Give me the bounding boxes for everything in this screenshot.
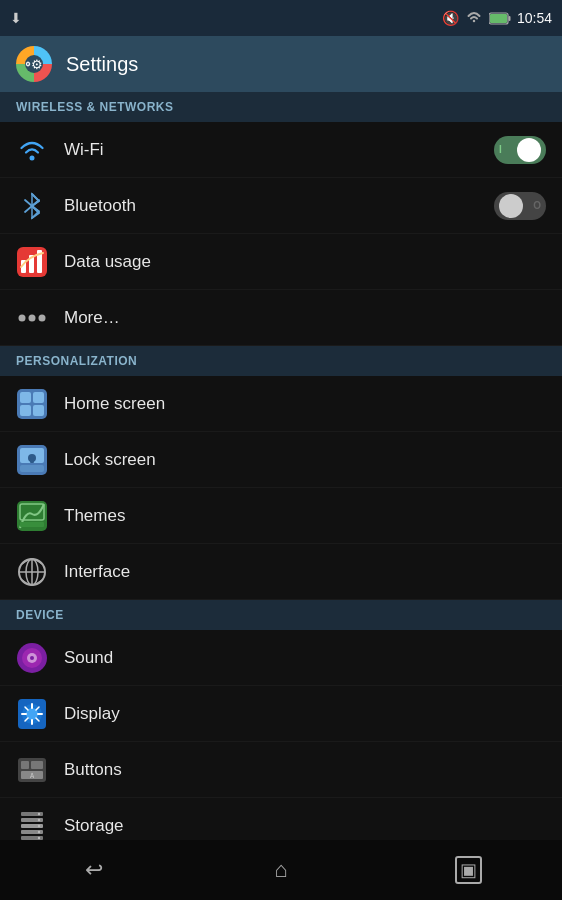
nav-bar: ↩ ⌂ ▣ — [0, 840, 562, 900]
battery-status-icon — [489, 12, 511, 25]
svg-point-45 — [38, 824, 40, 826]
svg-rect-12 — [20, 392, 31, 403]
themes-label: Themes — [64, 506, 546, 526]
settings-item-storage[interactable]: Storage — [0, 798, 562, 840]
settings-item-wifi[interactable]: Wi-Fi I — [0, 122, 562, 178]
time-display: 10:54 — [517, 10, 552, 26]
settings-item-buttons[interactable]: A Buttons — [0, 742, 562, 798]
section-device: DEVICE — [0, 600, 562, 630]
home-button[interactable]: ⌂ — [251, 850, 311, 890]
svg-point-3 — [30, 155, 35, 160]
svg-rect-18 — [20, 465, 44, 472]
settings-item-data-usage[interactable]: Data usage — [0, 234, 562, 290]
svg-point-8 — [19, 314, 26, 321]
svg-point-29 — [30, 656, 34, 660]
more-icon — [16, 302, 48, 334]
lock-screen-label: Lock screen — [64, 450, 546, 470]
display-icon — [16, 698, 48, 730]
wifi-icon — [16, 134, 48, 166]
svg-point-44 — [38, 818, 40, 820]
back-button[interactable]: ↩ — [64, 850, 124, 890]
settings-item-more[interactable]: More… — [0, 290, 562, 346]
status-bar: ⬇ 🔇 10:54 — [0, 0, 562, 36]
settings-item-lock-screen[interactable]: Lock screen — [0, 432, 562, 488]
svg-point-10 — [39, 314, 46, 321]
section-wireless: WIRELESS & NETWORKS — [0, 92, 562, 122]
settings-item-bluetooth[interactable]: Bluetooth O — [0, 178, 562, 234]
data-usage-label: Data usage — [64, 252, 546, 272]
mute-icon: 🔇 — [442, 10, 459, 26]
download-icon: ⬇ — [10, 10, 22, 26]
sound-icon — [16, 642, 48, 674]
settings-list: WIRELESS & NETWORKS Wi-Fi I — [0, 92, 562, 840]
settings-item-display[interactable]: Display — [0, 686, 562, 742]
svg-point-9 — [29, 314, 36, 321]
app-bar: Settings — [0, 36, 562, 92]
svg-rect-13 — [33, 392, 44, 403]
settings-app-icon — [16, 46, 52, 82]
home-screen-icon — [16, 388, 48, 420]
svg-rect-35 — [31, 761, 43, 769]
settings-item-interface[interactable]: Interface — [0, 544, 562, 600]
wifi-toggle[interactable]: I — [494, 136, 546, 164]
svg-rect-23 — [20, 522, 44, 527]
lock-screen-icon — [16, 444, 48, 476]
bluetooth-label: Bluetooth — [64, 196, 478, 216]
themes-icon — [16, 500, 48, 532]
storage-icon — [16, 810, 48, 841]
section-personalization: PERSONALIZATION — [0, 346, 562, 376]
svg-rect-14 — [20, 405, 31, 416]
recents-button[interactable]: ▣ — [438, 850, 498, 890]
bluetooth-icon — [16, 190, 48, 222]
bluetooth-toggle[interactable]: O — [494, 192, 546, 220]
recents-icon: ▣ — [455, 856, 482, 884]
settings-item-themes[interactable]: Themes — [0, 488, 562, 544]
home-screen-label: Home screen — [64, 394, 546, 414]
svg-point-46 — [38, 830, 40, 832]
buttons-label: Buttons — [64, 760, 546, 780]
sound-label: Sound — [64, 648, 546, 668]
svg-rect-20 — [30, 458, 34, 463]
svg-rect-1 — [508, 16, 510, 21]
display-label: Display — [64, 704, 546, 724]
interface-label: Interface — [64, 562, 546, 582]
settings-item-home-screen[interactable]: Home screen — [0, 376, 562, 432]
interface-icon — [16, 556, 48, 588]
svg-rect-34 — [21, 761, 29, 769]
back-icon: ↩ — [85, 857, 103, 883]
svg-point-43 — [38, 812, 40, 814]
settings-item-sound[interactable]: Sound — [0, 630, 562, 686]
more-label: More… — [64, 308, 546, 328]
storage-label: Storage — [64, 816, 546, 836]
svg-rect-15 — [33, 405, 44, 416]
app-bar-title: Settings — [66, 53, 138, 76]
svg-point-47 — [38, 836, 40, 838]
home-icon: ⌂ — [274, 857, 287, 883]
wifi-label: Wi-Fi — [64, 140, 478, 160]
svg-rect-2 — [490, 14, 507, 23]
wifi-status-icon — [465, 10, 483, 27]
data-usage-icon — [16, 246, 48, 278]
buttons-icon: A — [16, 754, 48, 786]
